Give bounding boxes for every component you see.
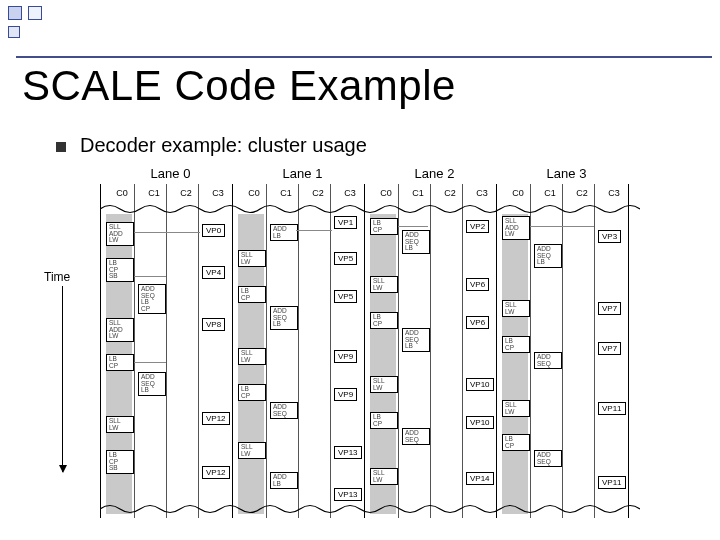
cluster-header: C2 [172,188,200,198]
op-box: SLLLW [106,416,134,433]
op-box: LBCP [106,354,134,371]
vline [232,184,233,518]
vline [562,184,563,518]
op-box: SLLLW [238,348,266,365]
vp-label: VP7 [598,302,621,315]
vline [594,184,595,518]
vp-label: VP10 [466,416,494,429]
vp-label: VP12 [202,466,230,479]
op-box: LBCP [370,412,398,429]
op-box: SLLADDLW [106,222,134,246]
bullet-square-icon [56,142,66,152]
vp-label: VP5 [334,290,357,303]
figure-cluster-usage: Lane 0 Lane 1 Lane 2 Lane 3 C0 C1 C2 C3 … [100,166,640,518]
cluster-header: C1 [536,188,564,198]
connector [398,226,428,227]
vp-label: VP14 [466,472,494,485]
vline [198,184,199,518]
op-box: SLLLW [502,400,530,417]
vline [166,184,167,518]
connector [134,276,166,277]
bullet-text: Decoder example: cluster usage [80,134,367,156]
op-box: LBCP [502,336,530,353]
op-box: SLLLW [370,376,398,393]
wavy-cut-icon [100,202,640,216]
vp-label: VP6 [466,278,489,291]
vp-label: VP3 [598,230,621,243]
op-box: SLLLW [238,442,266,459]
cluster-header: C0 [504,188,532,198]
op-box: ADDSEQLB [534,244,562,268]
op-box: ADDSEQLB [138,372,166,396]
deco-square-icon [8,6,22,20]
corner-decoration [8,6,44,42]
op-box: LBCP [370,218,398,235]
vp-label: VP6 [466,316,489,329]
op-box: ADDSEQLBCP [138,284,166,314]
op-box: ADDSEQ [534,352,562,369]
cluster-header: C1 [272,188,300,198]
bullet-line: Decoder example: cluster usage [56,134,367,157]
time-axis-label: Time [44,270,70,284]
lane-header: Lane 3 [504,166,629,181]
op-box: ADDSEQ [534,450,562,467]
vp-label: VP13 [334,488,362,501]
connector [530,226,594,227]
lane-header: Lane 0 [108,166,233,181]
op-box: SLLLW [370,276,398,293]
vline [398,184,399,518]
op-box: LBCP [370,312,398,329]
hr [16,56,712,58]
op-box: SLLLW [238,250,266,267]
mem-column-shade [502,214,528,514]
op-box: ADDSEQLB [402,328,430,352]
vp-label: VP7 [598,342,621,355]
op-box: SLLLW [502,300,530,317]
op-box: ADDSEQ [270,402,298,419]
op-box: SLLADDLW [106,318,134,342]
cluster-header: C2 [304,188,332,198]
cluster-header: C0 [240,188,268,198]
op-box: ADDLB [270,224,298,241]
vline [430,184,431,518]
slide: SCALE Code Example Decoder example: clus… [0,0,720,540]
op-box: ADDLB [270,472,298,489]
lane-header: Lane 1 [240,166,365,181]
op-box: LBCP [238,286,266,303]
vp-label: VP9 [334,350,357,363]
lane-header: Lane 2 [372,166,497,181]
cluster-header: C3 [336,188,364,198]
cluster-header: C2 [568,188,596,198]
vp-label: VP5 [334,252,357,265]
cluster-header: C0 [372,188,400,198]
vp-label: VP8 [202,318,225,331]
cluster-header: C3 [600,188,628,198]
deco-square-icon [8,26,20,38]
op-box: LBCPSB [106,258,134,282]
vp-label: VP10 [466,378,494,391]
op-box: LBCP [502,434,530,451]
vp-label: VP0 [202,224,225,237]
vp-label: VP4 [202,266,225,279]
vp-label: VP13 [334,446,362,459]
vp-label: VP11 [598,476,626,489]
cluster-header: C1 [140,188,168,198]
time-arrow-icon [62,286,63,472]
connector [296,230,332,231]
vline [628,184,629,518]
cluster-header: C3 [204,188,232,198]
vline [496,184,497,518]
vline [530,184,531,518]
vp-label: VP11 [598,402,626,415]
vline [330,184,331,518]
cluster-header: C1 [404,188,432,198]
wavy-cut-icon [100,502,640,516]
page-title: SCALE Code Example [22,62,456,110]
cluster-header: C2 [436,188,464,198]
op-box: ADDSEQ [402,428,430,445]
deco-square-icon [28,6,42,20]
connector [134,232,200,233]
op-box: ADDSEQLB [270,306,298,330]
vline [100,184,101,518]
vp-label: VP1 [334,216,357,229]
